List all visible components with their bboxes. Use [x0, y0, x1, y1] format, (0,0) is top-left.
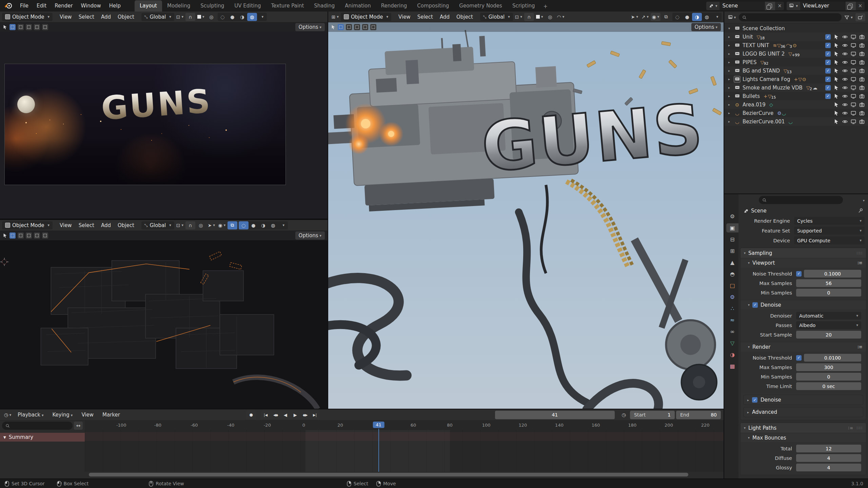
filter-invert-button[interactable]: ↔ [74, 422, 83, 430]
view-layer-name-field[interactable]: ViewLayer [800, 2, 846, 10]
start-sample-field[interactable]: 20 [796, 331, 861, 339]
pivot-point-dropdown[interactable]: ⊡ [175, 221, 185, 229]
expand-arrow-icon[interactable] [728, 43, 732, 47]
hide-eye-icon[interactable] [842, 51, 848, 57]
selectable-icon[interactable] [834, 34, 839, 40]
active-tool-cursor-icon[interactable] [3, 25, 7, 29]
menu-select[interactable]: Select [76, 13, 97, 21]
move-tool[interactable] [42, 232, 48, 239]
pivot-point-dropdown[interactable]: ⊡ [175, 13, 185, 21]
render-subsection-header[interactable]: Render ⁝≡ [741, 342, 866, 351]
render-noise-threshold-field[interactable]: 0.0100 [804, 354, 861, 362]
viewport-disable-icon[interactable] [851, 77, 856, 82]
remove-view-layer-button[interactable]: × [856, 2, 865, 10]
select-circle-tool[interactable] [18, 232, 24, 239]
render-disable-icon[interactable] [859, 94, 865, 99]
time-limit-field[interactable]: 0 sec [796, 382, 861, 390]
menu-object[interactable]: Object [453, 13, 476, 21]
snapping-dropdown[interactable] [196, 13, 206, 21]
selectable-icon[interactable] [834, 68, 839, 74]
expand-arrow-icon[interactable] [728, 26, 732, 30]
menu-object[interactable]: Object [115, 13, 137, 21]
tab-uv-editing[interactable]: UV Editing [229, 0, 266, 12]
outliner-row[interactable]: BG and STAND ▽13 ✓ [724, 66, 868, 75]
properties-options-dropdown[interactable] [863, 197, 865, 203]
tab-shading[interactable]: Shading [309, 0, 340, 12]
editor-type-dropdown[interactable]: ⊞ [330, 13, 340, 21]
options-button[interactable]: Options [691, 23, 721, 31]
select-lasso-tool[interactable] [354, 24, 360, 30]
exclude-checkbox[interactable]: ✓ [825, 43, 831, 48]
shading-material-icon[interactable]: ◑ [237, 13, 247, 21]
outliner-row[interactable]: ◡ BezierCurve.001 ◡ ✓ [724, 117, 868, 126]
render-disable-icon[interactable] [859, 77, 865, 82]
start-frame-field[interactable]: Start1 [630, 411, 675, 419]
filter-icon[interactable] [844, 13, 853, 21]
render-disable-icon[interactable] [859, 34, 865, 40]
pin-icon[interactable] [858, 208, 863, 214]
channel-search-input[interactable] [2, 422, 73, 430]
cursor-tool[interactable] [34, 24, 40, 30]
menu-add[interactable]: Add [98, 13, 114, 21]
show-gizmo-dropdown[interactable]: ↗ [640, 13, 650, 21]
glossy-bounces-field[interactable]: 4 [796, 464, 861, 471]
timeline-track-area[interactable]: -100 -80 -60 -40 -20 0 20 60 [85, 421, 724, 472]
shading-options-dropdown[interactable] [278, 221, 288, 229]
selectable-icon[interactable] [834, 110, 839, 116]
expand-arrow-icon[interactable] [728, 35, 732, 39]
select-circle-tool[interactable] [346, 24, 352, 30]
shading-solid-icon[interactable]: ● [228, 13, 237, 21]
selectable-icon[interactable] [834, 102, 839, 107]
select-lasso-tool[interactable] [26, 24, 32, 30]
tab-layout[interactable]: Layout [135, 0, 162, 12]
options-button[interactable]: Options [295, 23, 325, 31]
xray-toggle-icon[interactable]: ⧉ [228, 221, 237, 229]
tab-output-properties[interactable]: ⊟ [726, 235, 738, 244]
drag-grip-icon[interactable]: ⁝≡ ∷∷ [848, 426, 863, 430]
view-layer-browse-icon[interactable] [787, 2, 800, 10]
options-button[interactable]: Options [295, 231, 325, 240]
tab-texture-properties[interactable]: ▩ [726, 362, 738, 371]
render-min-samples-field[interactable]: 0 [796, 373, 861, 381]
menu-keying[interactable]: Keying [48, 410, 76, 419]
overlays-dropdown[interactable]: ◉ [651, 13, 660, 21]
timeline-ruler[interactable]: -100 -80 -60 -40 -20 0 20 60 [85, 421, 724, 430]
selectable-icon[interactable] [834, 43, 839, 48]
select-circle-tool[interactable] [18, 24, 24, 30]
select-box-tool[interactable] [9, 24, 16, 30]
shading-wireframe-icon[interactable]: ◌ [239, 221, 249, 229]
hide-eye-icon[interactable] [842, 43, 848, 48]
outliner-row[interactable]: ◡ BezierCurve ⚙ ◡ ✓ [724, 109, 868, 117]
tab-render-properties[interactable]: ▣ [726, 223, 738, 232]
xray-toggle-icon[interactable]: ⧉ [661, 13, 671, 21]
menu-add[interactable]: Add [98, 221, 114, 229]
outliner-row[interactable]: Lights Camera Fog + ▽ ⊙ ✓ [724, 75, 868, 83]
pivot-point-dropdown[interactable]: ⊡ [514, 13, 524, 21]
mode-dropdown[interactable]: Object Mode [2, 221, 53, 229]
unlink-scene-button[interactable]: × [775, 2, 784, 10]
transform-orientation-dropdown[interactable]: ⤡Global [141, 221, 174, 229]
snap-magnet-icon[interactable]: ∩ [185, 13, 195, 21]
viewport-disable-icon[interactable] [851, 119, 856, 124]
menu-edit[interactable]: Edit [33, 1, 50, 10]
play-button[interactable] [290, 411, 300, 419]
hide-eye-icon[interactable] [842, 94, 848, 99]
snap-magnet-icon[interactable]: ∩ [185, 221, 195, 229]
next-keyframe-button[interactable] [300, 411, 310, 419]
max-bounces-subsection-header[interactable]: Max Bounces [741, 433, 866, 442]
shading-options-dropdown[interactable] [712, 13, 722, 21]
wireframe-view-area[interactable] [0, 240, 328, 409]
jump-to-start-button[interactable] [261, 411, 271, 419]
render-disable-icon[interactable] [859, 85, 865, 90]
exclude-checkbox[interactable]: ✓ [825, 94, 831, 99]
denoiser-dropdown[interactable]: Automatic [796, 312, 861, 320]
exclude-checkbox[interactable]: ✓ [825, 77, 831, 82]
noise-threshold-checkbox[interactable]: ✓ [796, 355, 802, 361]
collapse-icon[interactable] [748, 345, 750, 349]
diffuse-bounces-field[interactable]: 4 [796, 454, 861, 462]
exclude-checkbox[interactable]: ✓ [825, 34, 831, 40]
menu-object[interactable]: Object [115, 221, 137, 229]
new-scene-button[interactable] [765, 2, 775, 10]
sampling-section-header[interactable]: Sampling ∷∷ [741, 248, 866, 258]
shading-wireframe-icon[interactable]: ◌ [672, 13, 682, 21]
